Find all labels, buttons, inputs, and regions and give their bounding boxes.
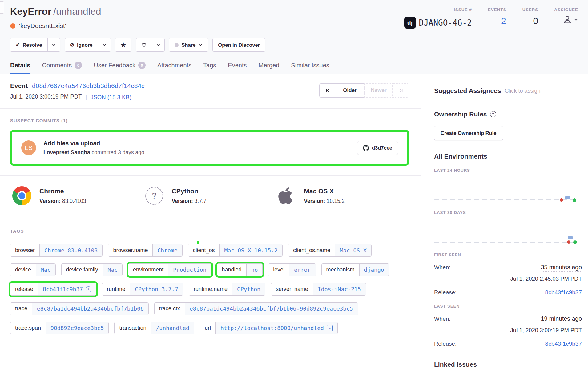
tag-value-link[interactable]: Chrome <box>152 244 182 256</box>
meta-separator: | <box>85 94 87 101</box>
window-edge-artifact <box>0 1 4 14</box>
oldest-event-button[interactable] <box>319 83 336 98</box>
open-in-discover-button[interactable]: Open in Discover <box>213 38 265 51</box>
tags-heading: TAGS <box>10 228 409 234</box>
share-button[interactable]: Share <box>169 38 208 51</box>
error-level-dot <box>10 23 15 29</box>
ownership-rules-heading: Ownership Rules ? <box>434 111 582 118</box>
tag-key: device.family <box>62 264 103 276</box>
tab-events[interactable]: Events <box>228 62 247 74</box>
last-seen-relative-time: 19 minutes ago <box>541 315 582 323</box>
chevron-down-icon <box>198 43 203 47</box>
first-seen-release-label: Release: <box>434 289 457 296</box>
chevron-down-icon <box>102 43 107 47</box>
tag-value-text: /unhandled <box>156 325 189 331</box>
commit-byline: Lovepreet Sangha committed 3 days ago <box>43 149 350 156</box>
tag-value-link[interactable]: Mac OS X <box>335 244 371 256</box>
external-link-icon[interactable]: ↗ <box>327 325 333 331</box>
raw-json-link[interactable]: JSON (15.3 KB) <box>91 94 131 101</box>
tab-tags[interactable]: Tags <box>203 62 216 74</box>
tab-user-feedback[interactable]: User Feedback0 <box>94 62 146 74</box>
suspect-commits-heading: SUSPECT COMMITS (1) <box>10 118 409 123</box>
tag-value-link[interactable]: 8cb43f1c9b37i <box>38 283 96 295</box>
assignee-dropdown[interactable] <box>563 15 578 24</box>
resolve-button[interactable]: ✔ Resolve <box>10 38 47 51</box>
tag-value-link[interactable]: Production <box>168 264 211 276</box>
tab-similar-issues[interactable]: Similar Issues <box>291 62 329 74</box>
issue-header: KeyError/unhandled 'keyDoesntExist' ISSU… <box>0 0 588 74</box>
tag-value-link[interactable]: no <box>246 264 263 276</box>
event-label: Event <box>10 82 28 89</box>
tabs: DetailsComments0User Feedback0Attachment… <box>10 62 582 74</box>
tab-details[interactable]: Details <box>10 62 30 74</box>
tag-key: mechanism <box>322 264 359 276</box>
older-event-button[interactable]: Older <box>336 83 364 98</box>
issue-details-main: Event d08d7667e4a5476eb3b3db6d7f14c84c J… <box>0 74 421 376</box>
tag-value-link[interactable]: /unhandled <box>151 322 194 334</box>
tag-value-link[interactable]: Mac <box>103 264 123 276</box>
tag-value-link[interactable]: Chrome 83.0.4103 <box>39 244 102 256</box>
context-version-label: Version: <box>39 198 61 204</box>
tag-value-link[interactable]: e8c87ba1dc494bb2a4346bcfbf7b1b06-90d892c… <box>185 303 358 315</box>
event-pager: Older Newer <box>319 83 409 98</box>
ignore-dropdown-button[interactable] <box>98 38 111 51</box>
discover-button-group: Open in Discover <box>212 38 265 52</box>
commit-sha-button[interactable]: d3d7cee <box>357 141 398 155</box>
tag-value-text: Mac OS X 10.15.2 <box>224 247 278 254</box>
tag-value-link[interactable]: CPython <box>232 283 265 295</box>
share-label: Share <box>181 42 195 48</box>
last-seen-release-link[interactable]: 8cb43f1c9b37 <box>545 340 582 347</box>
tab-merged[interactable]: Merged <box>259 62 280 74</box>
chevron-down-icon <box>574 18 578 22</box>
tag-value-link[interactable]: Mac OS X 10.15.2 <box>219 244 282 256</box>
tag-browser-name: browser.nameChrome <box>108 244 182 257</box>
newer-event-button[interactable]: Newer <box>364 83 393 98</box>
events-count[interactable]: 2 <box>501 16 506 26</box>
tag-value-link[interactable]: Mac <box>36 264 55 276</box>
tag-client-os-name: client_os.nameMac OS X <box>288 244 372 257</box>
tag-value-link[interactable]: http://localhost:8000/unhandled↗ <box>215 322 337 334</box>
star-icon: ★ <box>121 42 126 48</box>
tag-value-link[interactable]: 90d892c9eace3bc5 <box>46 322 108 334</box>
suspect-commits-section: SUSPECT COMMITS (1) LS Add files via upl… <box>0 109 421 176</box>
tag-value-link[interactable]: error <box>289 264 315 276</box>
tab-label: Similar Issues <box>291 62 329 69</box>
tag-value-text: Chrome <box>157 247 177 254</box>
last-30-days-sparkline[interactable] <box>434 215 578 244</box>
last-seen-when-label: When: <box>434 316 450 322</box>
bookmark-star-button[interactable]: ★ <box>115 38 131 51</box>
tab-label: Comments <box>42 62 72 69</box>
users-count[interactable]: 0 <box>533 16 538 26</box>
ignore-button[interactable]: ⊘ Ignore <box>65 38 98 51</box>
event-id-link[interactable]: d08d7667e4a5476eb3b3db6d7f14c84c <box>32 82 145 89</box>
help-icon[interactable]: ? <box>490 111 496 117</box>
delete-dropdown-button[interactable] <box>152 38 164 51</box>
context-chrome: ChromeVersion: 83.0.4103 <box>12 186 145 205</box>
open-in-discover-label: Open in Discover <box>218 42 260 48</box>
bookmark-button-group: ★ <box>115 38 132 52</box>
tab-comments[interactable]: Comments0 <box>42 62 82 74</box>
tag-value-link[interactable]: e8c87ba1dc494bb2a4346bcfbf7b1b06 <box>32 303 148 315</box>
tag-value-link[interactable]: CPython 3.7.7 <box>130 283 183 295</box>
tab-label: Tags <box>203 62 216 69</box>
skip-to-first-icon <box>325 88 330 93</box>
tag-key: browser.name <box>108 244 152 256</box>
delete-button[interactable] <box>136 38 152 51</box>
last-24-hours-sparkline[interactable] <box>434 173 578 202</box>
stat-events: EVENTS 2 <box>488 7 506 29</box>
latest-event-button[interactable] <box>393 83 409 98</box>
last-30-days-label: LAST 30 DAYS <box>434 210 582 215</box>
info-icon[interactable]: i <box>86 286 91 292</box>
last-seen-marker-icon <box>573 198 576 202</box>
tag-trace-ctx: trace.ctxe8c87ba1dc494bb2a4346bcfbf7b1b0… <box>154 302 358 315</box>
tag-value-link[interactable]: Idos-iMac-215 <box>313 283 366 295</box>
tag-trace-span: trace.span90d892c9eace3bc5 <box>10 322 109 334</box>
stat-users: USERS 0 <box>522 7 538 29</box>
first-seen-release-link[interactable]: 8cb43f1c9b37 <box>545 289 582 296</box>
chevron-down-icon <box>156 43 160 47</box>
tag-value-link[interactable]: django <box>359 264 389 276</box>
create-ownership-rule-button[interactable]: Create Ownership Rule <box>434 126 503 140</box>
suggested-assignees-heading: Suggested Assignees Click to assign <box>434 87 582 94</box>
resolve-dropdown-button[interactable] <box>47 38 60 51</box>
tab-attachments[interactable]: Attachments <box>157 62 191 74</box>
